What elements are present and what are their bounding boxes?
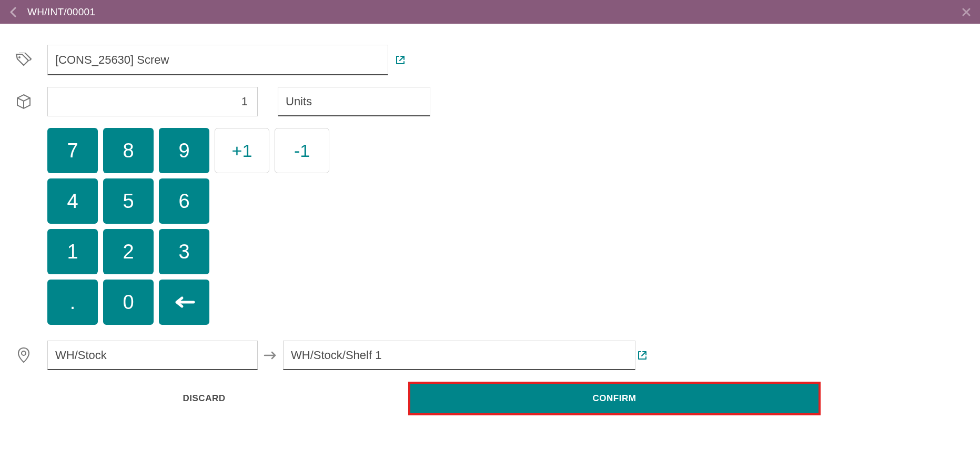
destination-location-input[interactable] bbox=[283, 341, 635, 370]
product-input[interactable] bbox=[47, 45, 388, 75]
key-1[interactable]: 1 bbox=[47, 229, 98, 274]
external-link-icon[interactable] bbox=[638, 351, 647, 360]
key-4[interactable]: 4 bbox=[47, 178, 98, 224]
close-icon[interactable] bbox=[962, 8, 971, 16]
location-icon bbox=[0, 347, 47, 363]
arrow-right-icon bbox=[261, 351, 280, 360]
keypad: 7 8 9 4 5 6 1 2 3 . 0 +1 -1 bbox=[47, 128, 329, 325]
page-title: WH/INT/00001 bbox=[27, 6, 95, 18]
key-6[interactable]: 6 bbox=[159, 178, 209, 224]
confirm-button[interactable]: CONFIRM bbox=[408, 382, 821, 415]
quantity-row bbox=[0, 87, 821, 116]
footer: DISCARD CONFIRM bbox=[0, 382, 821, 415]
tags-icon bbox=[0, 53, 47, 67]
key-0[interactable]: 0 bbox=[103, 280, 154, 325]
uom-input[interactable] bbox=[278, 87, 430, 116]
svg-point-0 bbox=[18, 56, 21, 58]
quantity-input[interactable] bbox=[47, 87, 258, 116]
back-icon[interactable] bbox=[9, 7, 17, 17]
keypad-row: 7 8 9 4 5 6 1 2 3 . 0 +1 -1 bbox=[0, 128, 821, 325]
external-link-icon[interactable] bbox=[396, 55, 405, 65]
content: 7 8 9 4 5 6 1 2 3 . 0 +1 -1 bbox=[0, 24, 821, 370]
key-backspace[interactable] bbox=[159, 280, 209, 325]
source-location-input[interactable] bbox=[47, 341, 258, 370]
key-8[interactable]: 8 bbox=[103, 128, 154, 173]
svg-point-1 bbox=[22, 351, 26, 355]
product-row bbox=[0, 45, 821, 75]
key-9[interactable]: 9 bbox=[159, 128, 209, 173]
locations-row bbox=[0, 341, 821, 370]
key-minus-1[interactable]: -1 bbox=[275, 128, 329, 173]
key-dot[interactable]: . bbox=[47, 280, 98, 325]
key-3[interactable]: 3 bbox=[159, 229, 209, 274]
key-7[interactable]: 7 bbox=[47, 128, 98, 173]
topbar: WH/INT/00001 bbox=[0, 0, 980, 24]
package-icon bbox=[0, 94, 47, 109]
discard-button[interactable]: DISCARD bbox=[0, 382, 408, 415]
key-2[interactable]: 2 bbox=[103, 229, 154, 274]
key-plus-1[interactable]: +1 bbox=[215, 128, 269, 173]
key-5[interactable]: 5 bbox=[103, 178, 154, 224]
